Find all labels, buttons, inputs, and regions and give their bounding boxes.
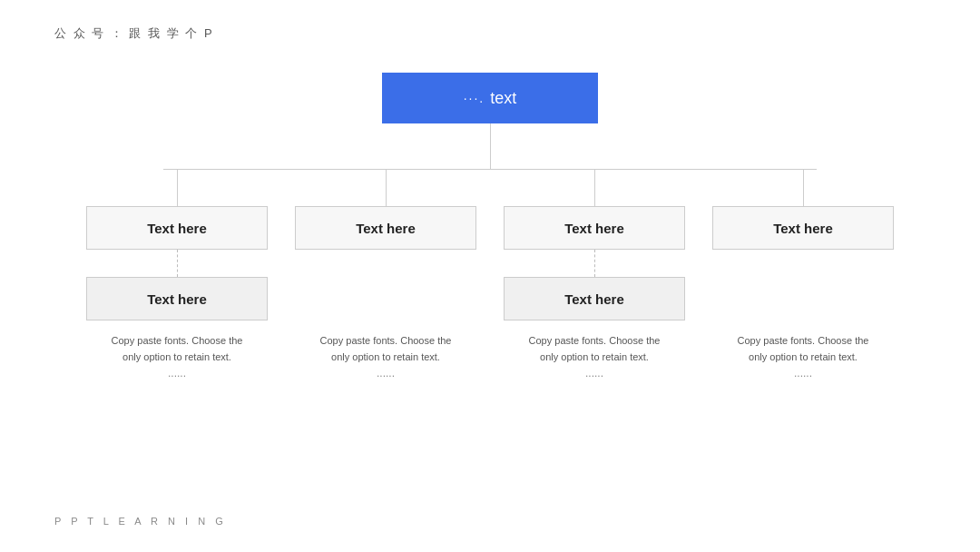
desc-text-2: Copy paste fonts. Choose theonly option …: [320, 333, 452, 382]
root-line-down: [490, 123, 491, 169]
child-column-4: Text hereCopy paste fonts. Choose theonl…: [708, 170, 898, 382]
desc-text-4: Copy paste fonts. Choose theonly option …: [738, 333, 869, 382]
watermark-bottom: P P T L E A R N I N G: [54, 516, 227, 527]
child-line-down-4: [803, 170, 804, 206]
child-column-2: Text hereCopy paste fonts. Choose theonl…: [290, 170, 481, 382]
horizontal-line-wrapper: [118, 169, 862, 170]
desc-text-3: Copy paste fonts. Choose theonly option …: [529, 333, 661, 382]
child-line-down-3: [594, 170, 595, 206]
root-dots: ···.: [464, 91, 485, 105]
children-row: Text hereText hereCopy paste fonts. Choo…: [54, 170, 926, 382]
child-line-down-1: [177, 170, 178, 206]
desc-text-1: Copy paste fonts. Choose theonly option …: [112, 333, 243, 382]
horizontal-line: [163, 169, 817, 170]
sub-node-1: Text here: [86, 277, 268, 320]
child-line-down-2: [386, 170, 387, 206]
dashed-line-3: [594, 250, 595, 277]
root-node: ···. text: [382, 73, 598, 123]
child-node-1: Text here: [86, 206, 268, 250]
sub-node-3: Text here: [504, 277, 685, 320]
child-node-2: Text here: [295, 206, 476, 250]
root-label: text: [490, 89, 516, 108]
child-column-1: Text hereText hereCopy paste fonts. Choo…: [82, 170, 272, 382]
child-column-3: Text hereText hereCopy paste fonts. Choo…: [499, 170, 690, 382]
child-node-4: Text here: [712, 206, 894, 250]
dashed-line-1: [177, 250, 178, 277]
diagram-container: ···. text Text hereText hereCopy paste f…: [0, 73, 980, 382]
watermark-top: 公 众 号 ： 跟 我 学 个 P: [54, 25, 214, 42]
child-node-3: Text here: [504, 206, 685, 250]
